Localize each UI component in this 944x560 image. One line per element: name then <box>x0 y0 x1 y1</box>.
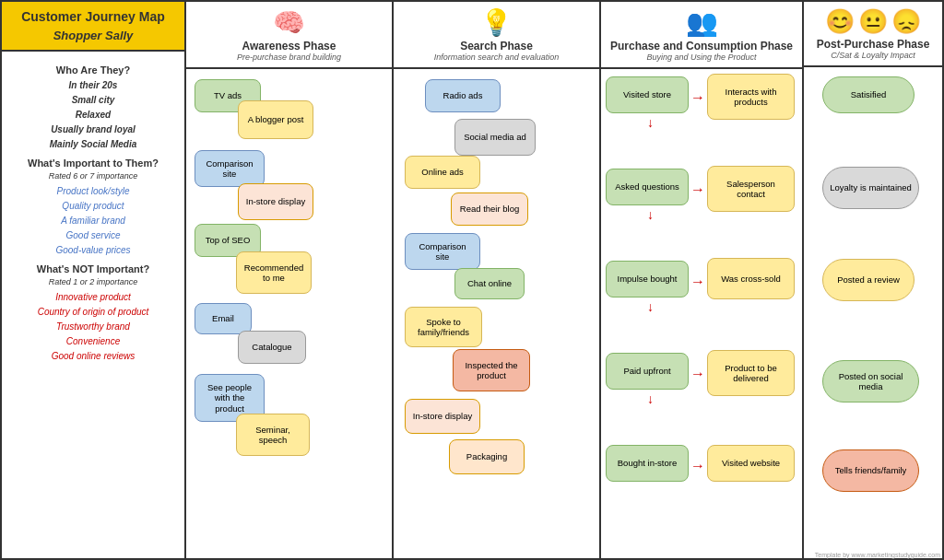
sidebar: Customer Journey Map Shopper Sally Who A… <box>2 2 186 558</box>
search-body: Radio ads Social media ad Online ads Rea… <box>394 69 599 558</box>
not-important-heading: What's NOT Important? <box>9 263 177 274</box>
nimp-2: Country of origin of product <box>9 305 177 320</box>
card-instore1: In-store display <box>238 183 313 220</box>
purchase-subtitle: Buying and Using the Product <box>605 52 798 62</box>
arrow-5: → <box>690 458 705 474</box>
map-subtitle: Shopper Sally <box>9 29 177 42</box>
trait-2: Small city <box>9 93 177 108</box>
card-comparison1: Comparison site <box>195 150 265 187</box>
card-cross-sold: Was cross-sold <box>707 258 795 299</box>
purchase-header: 👥 Purchase and Consumption Phase Buying … <box>601 2 802 69</box>
arrow-1: → <box>690 89 705 106</box>
search-header: 💡 Search Phase Information search and ev… <box>394 2 599 69</box>
card-social-media: Posted on social media <box>822 360 919 402</box>
card-social: Social media ad <box>454 119 536 156</box>
card-catalogue: Catalogue <box>238 331 306 364</box>
v-arrow-2: ↓ <box>647 207 654 222</box>
map-title: Customer Journey Map <box>9 9 177 25</box>
imp-1: Product look/style <box>9 184 177 199</box>
postpurchase-header: 😊 😐 😞 Post-Purchase Phase C/Sat & Loyalt… <box>804 2 942 67</box>
v-arrow-1: ↓ <box>647 115 654 130</box>
postpurchase-subtitle: C/Sat & Loyalty Impact <box>808 51 938 60</box>
card-asked-questions: Asked questions <box>606 169 689 205</box>
nimp-4: Convenience <box>9 334 177 349</box>
sidebar-header: Customer Journey Map Shopper Sally <box>2 2 184 52</box>
search-phase: 💡 Search Phase Information search and ev… <box>394 2 601 558</box>
awareness-phase: 🧠 Awareness Phase Pre-purchase brand bui… <box>186 2 394 558</box>
card-blogger: A blogger post <box>238 100 313 139</box>
face-happy-icon: 😊 <box>825 7 855 36</box>
trait-5: Mainly Social Media <box>9 137 177 152</box>
trait-3: Relaxed <box>9 108 177 122</box>
nimp-1: Innovative product <box>9 290 177 305</box>
imp-2: Quality product <box>9 199 177 214</box>
card-product-deliver: Product to be delivered <box>707 350 795 396</box>
card-visited-website: Visited website <box>707 445 795 482</box>
awareness-title: Awareness Phase <box>190 40 388 52</box>
face-neutral-icon: 😐 <box>858 7 888 36</box>
search-subtitle: Information search and evaluation <box>397 52 596 62</box>
card-inspect: Inspected the product <box>453 349 530 391</box>
card-chat: Chat online <box>454 268 525 299</box>
card-family: Spoke to family/friends <box>405 307 482 347</box>
who-heading: Who Are They? <box>9 64 177 76</box>
important-heading: What's Important to Them? <box>9 158 177 169</box>
card-blog: Read their blog <box>451 192 528 226</box>
postpurchase-phase: 😊 😐 😞 Post-Purchase Phase C/Sat & Loyalt… <box>804 2 942 558</box>
search-title: Search Phase <box>397 40 596 52</box>
imp-5: Good-value prices <box>9 243 177 258</box>
card-visited-store: Visited store <box>606 76 689 113</box>
purchase-body: Visited store Asked questions Impulse bo… <box>601 69 802 558</box>
search-icon: 💡 <box>397 7 596 38</box>
important-sub: Rated 6 or 7 importance <box>9 171 177 181</box>
not-important-sub: Rated 1 or 2 importance <box>9 277 177 286</box>
card-bought-store: Bought in-store <box>606 445 689 482</box>
sidebar-content: Who Are They? In their 20s Small city Re… <box>2 52 184 558</box>
arrow-4: → <box>690 366 705 382</box>
card-salesperson: Salesperson contact <box>707 166 795 212</box>
arrow-3: → <box>690 274 705 290</box>
imp-3: A familiar brand <box>9 214 177 228</box>
nimp-3: Trustworthy brand <box>9 320 177 334</box>
awareness-cards: TV ads A blogger post Comparison site In… <box>190 75 388 553</box>
card-comparison2: Comparison site <box>405 233 480 270</box>
awareness-subtitle: Pre-purchase brand building <box>190 52 388 62</box>
journey-map-container: Customer Journey Map Shopper Sally Who A… <box>0 0 944 560</box>
card-recommended: Recommended to me <box>236 251 312 294</box>
v-arrow-3: ↓ <box>647 299 654 314</box>
v-arrow-4: ↓ <box>647 391 654 406</box>
postpurchase-title: Post-Purchase Phase <box>808 38 938 51</box>
nimp-5: Good online reviews <box>9 349 177 364</box>
watermark: Template by www.marketingstudyguide.com <box>815 552 940 558</box>
card-online-ads: Online ads <box>405 156 480 189</box>
card-tells-friends: Tells friends/family <box>822 449 919 492</box>
card-instore2: In-store display <box>405 399 480 434</box>
search-cards: Radio ads Social media ad Online ads Rea… <box>397 75 596 553</box>
purchase-icon: 👥 <box>605 7 798 38</box>
card-radio: Radio ads <box>425 79 501 112</box>
card-posted-review: Posted a review <box>822 259 914 301</box>
awareness-icon: 🧠 <box>190 7 388 38</box>
purchase-phase: 👥 Purchase and Consumption Phase Buying … <box>601 2 804 558</box>
card-impulse: Impulse bought <box>606 261 689 298</box>
face-sad-icon: 😞 <box>891 7 921 36</box>
card-loyalty: Loyalty is maintained <box>822 167 919 209</box>
awareness-header: 🧠 Awareness Phase Pre-purchase brand bui… <box>186 2 392 69</box>
card-seminar: Seminar, speech <box>236 414 310 456</box>
awareness-body: TV ads A blogger post Comparison site In… <box>186 69 392 558</box>
postpurchase-body: Satisified Loyalty is maintained Posted … <box>804 67 942 558</box>
trait-1: In their 20s <box>9 78 177 93</box>
card-email: Email <box>195 303 252 334</box>
card-paid-upfront: Paid upfront <box>606 353 689 390</box>
trait-4: Usually brand loyal <box>9 122 177 137</box>
purchase-title: Purchase and Consumption Phase <box>605 40 798 52</box>
imp-4: Good service <box>9 228 177 243</box>
arrow-2: → <box>690 181 705 198</box>
card-packaging: Packaging <box>449 439 525 474</box>
card-satisfied: Satisified <box>822 76 914 113</box>
card-interacts: Interacts with products <box>707 74 795 120</box>
